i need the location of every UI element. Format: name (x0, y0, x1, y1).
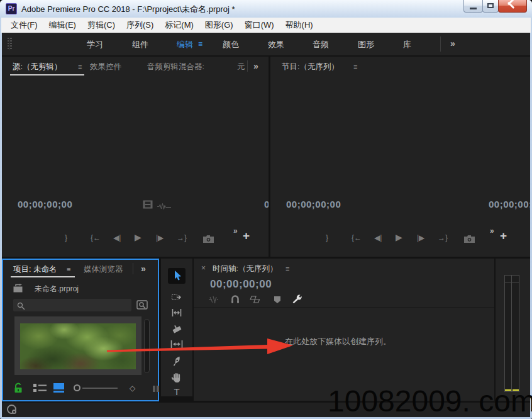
program-panel-menu-icon[interactable]: ≡ (353, 63, 357, 70)
workspace-tab-editing[interactable]: 编辑 (177, 39, 193, 50)
zoom-slider-handle[interactable] (74, 384, 80, 391)
play-button[interactable]: ▶ (396, 232, 402, 242)
freeform-view-icon[interactable]: ◇ (130, 384, 135, 393)
menu-help[interactable]: 帮助(H) (280, 18, 319, 33)
meter-level-left (505, 389, 511, 391)
menu-file[interactable]: 文件(F) (5, 18, 43, 33)
pen-tool[interactable] (161, 355, 192, 370)
project-panel-menu-icon[interactable]: ≡ (67, 265, 70, 273)
program-duration-timecode-clipped[interactable]: 00;00;00;00 (489, 199, 530, 210)
menu-graphics[interactable]: 图形(G) (199, 18, 239, 33)
type-tool[interactable]: T (161, 386, 192, 397)
minimize-button[interactable] (463, 0, 483, 13)
meter-channel-divider (511, 275, 512, 392)
menu-edit[interactable]: 编辑(E) (43, 18, 82, 33)
track-select-forward-tool[interactable] (161, 291, 192, 306)
goto-out-button[interactable]: →} (438, 233, 448, 242)
step-back-button[interactable]: ◀| (374, 233, 382, 242)
menu-sequence[interactable]: 序列(S) (121, 18, 159, 33)
button-editor-plus[interactable]: + (243, 229, 250, 243)
zoom-slider-track[interactable] (82, 388, 118, 389)
timeline-settings-wrench-icon[interactable] (291, 293, 302, 307)
razor-tool[interactable] (161, 323, 192, 337)
tab-media-browser[interactable]: 媒体浏览器 (84, 264, 123, 275)
goto-out-button[interactable]: →} (177, 233, 187, 242)
play-button[interactable]: ▶ (135, 232, 141, 242)
nest-insert-icon[interactable] (208, 295, 219, 306)
menu-marker[interactable]: 标记(M) (159, 18, 199, 33)
premiere-app-icon[interactable]: Pr (6, 3, 17, 14)
step-back-button[interactable]: ◀| (113, 233, 121, 242)
mark-out-button[interactable]: } (326, 233, 328, 242)
project-panel: 项目: 未命名 ≡ 媒体浏览器 » 未命名.prproj ◇ (2, 259, 159, 401)
ripple-edit-tool[interactable] (161, 307, 192, 321)
source-panel-menu-icon[interactable]: ≡ (78, 63, 82, 70)
project-writable-lock-icon[interactable] (13, 383, 23, 396)
step-forward-button[interactable]: |▶ (417, 233, 424, 242)
timeline-close-icon[interactable]: × (201, 264, 206, 272)
workspace-tab-graphics[interactable]: 图形 (358, 39, 374, 50)
workspace-bar: 学习 组件 编辑 ≡ 颜色 效果 音频 图形 库 » (2, 33, 530, 55)
source-duration-timecode-clipped[interactable]: 00;00;00;00 (264, 199, 269, 210)
menu-window[interactable]: 窗口(W) (239, 18, 280, 33)
search-input[interactable] (13, 299, 131, 311)
workspace-overflow-chevron[interactable]: » (450, 38, 455, 48)
timeline-panel-menu-icon[interactable]: ≡ (285, 265, 289, 272)
navigate-up-icon[interactable] (13, 284, 24, 295)
project-scrollbar[interactable] (143, 318, 151, 398)
tab-project[interactable]: 项目: 未命名 (13, 264, 57, 275)
tab-program[interactable]: 节目:（无序列） (282, 62, 339, 72)
hand-tool[interactable] (161, 371, 192, 386)
scrollbar-thumb[interactable] (144, 319, 150, 373)
goto-in-button[interactable]: {← (352, 233, 362, 242)
workspace-menu-icon[interactable]: ≡ (198, 40, 202, 48)
audio-meter-columns[interactable] (504, 275, 519, 392)
title-bar[interactable]: Pr Adobe Premiere Pro CC 2018 - F:\Prpro… (0, 0, 532, 18)
project-file-name[interactable]: 未命名.prproj (35, 284, 79, 294)
tab-timeline[interactable]: 时间轴:（无序列） (213, 264, 277, 274)
export-frame-button[interactable] (464, 234, 475, 245)
selection-tool[interactable] (161, 269, 192, 284)
tab-audio-clip-mixer[interactable]: 音频剪辑混合器: (147, 62, 204, 72)
workspace-tab-libraries[interactable]: 库 (403, 39, 411, 50)
workspace-tab-effects[interactable]: 效果 (268, 39, 284, 50)
snap-magnet-icon[interactable] (230, 294, 240, 306)
button-editor-plus[interactable]: + (500, 229, 507, 243)
menu-clip[interactable]: 剪辑(C) (82, 18, 121, 33)
mark-out-button[interactable]: } (65, 233, 67, 242)
source-timecode[interactable]: 00;00;00;00 (18, 199, 72, 210)
meter-level-right (513, 389, 519, 391)
restore-icon (487, 3, 494, 8)
tab-source[interactable]: 源:（无剪辑） (13, 62, 62, 72)
find-icon[interactable] (136, 299, 148, 313)
transport-overflow-chevron[interactable]: » (233, 226, 237, 235)
clipped-toolbar-icons[interactable] (153, 384, 159, 395)
close-button[interactable] (498, 0, 527, 13)
restore-button[interactable] (482, 0, 499, 13)
clip-item-selected[interactable] (14, 316, 141, 375)
export-frame-button[interactable] (203, 234, 214, 245)
transport-overflow-chevron[interactable]: » (490, 226, 494, 235)
step-forward-button[interactable]: |▶ (156, 233, 163, 242)
add-marker-icon[interactable] (274, 295, 281, 306)
workspace-tab-audio[interactable]: 音频 (313, 39, 329, 50)
workspace-tab-learning[interactable]: 学习 (87, 39, 103, 50)
clip-thumbnail-forest[interactable] (20, 323, 136, 369)
linked-selection-icon[interactable] (249, 295, 262, 306)
goto-in-button[interactable]: {← (91, 233, 101, 242)
tab-effect-controls[interactable]: 效果控件 (90, 62, 121, 72)
slip-tool[interactable] (161, 338, 192, 352)
workspace-tab-color[interactable]: 颜色 (223, 39, 239, 50)
project-tabs-overflow-chevron[interactable]: » (141, 264, 145, 274)
list-view-button[interactable] (33, 383, 47, 395)
creative-cloud-sync-icon[interactable] (7, 405, 16, 414)
program-timecode[interactable]: 00;00;00;00 (286, 199, 341, 210)
workspace-grip-handle[interactable] (8, 38, 12, 50)
workspace-tab-assembly[interactable]: 组件 (132, 39, 148, 50)
drag-audio-only-icon[interactable] (157, 201, 171, 213)
drag-video-only-icon[interactable] (143, 200, 153, 211)
tab-metadata-clipped[interactable]: 元 (237, 62, 245, 72)
timeline-timecode[interactable]: 00;00;00;00 (210, 278, 272, 291)
icon-view-button-active[interactable] (53, 383, 65, 395)
source-tabs-overflow-chevron[interactable]: » (253, 61, 258, 71)
